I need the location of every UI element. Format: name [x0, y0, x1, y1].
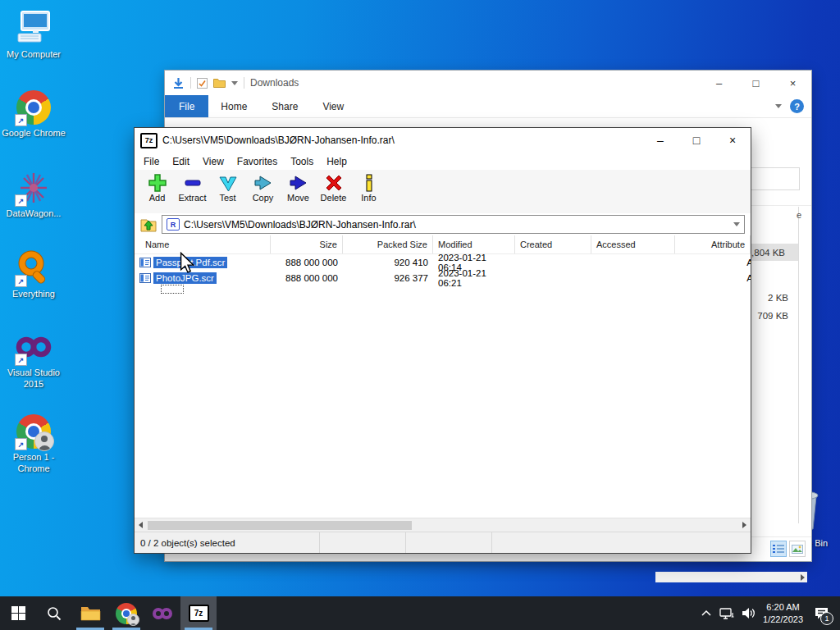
desktop-icon-label: Person 1 - Chrome [0, 452, 67, 475]
explorer-title-bar: Downloads – □ × [165, 71, 811, 95]
ribbon-expand-chevron-icon[interactable] [775, 104, 782, 108]
menu-tools[interactable]: Tools [284, 156, 320, 167]
file-modified: 2023-01-21 06:21 [433, 268, 515, 288]
menu-help[interactable]: Help [320, 156, 354, 167]
column-created[interactable]: Created [515, 235, 591, 253]
status-panel [319, 532, 405, 553]
file-row-photo[interactable]: PhotoJPG.scr 888 000 000 926 377 2023-01… [135, 270, 751, 285]
maximize-button[interactable]: □ [737, 71, 774, 95]
file-size: 888 000 000 [271, 273, 343, 283]
combobox-dropdown-icon[interactable] [733, 222, 740, 226]
column-modified[interactable]: Modified [433, 235, 515, 253]
file-size-cell[interactable]: 2 KB [768, 293, 788, 303]
maximize-button[interactable]: □ [678, 128, 714, 153]
info-button[interactable]: Info [351, 172, 386, 203]
action-center-button[interactable]: 1 [810, 603, 832, 624]
visual-studio-icon: ↗ [14, 328, 53, 366]
taskbar-search-button[interactable] [36, 596, 72, 630]
search-icon [47, 606, 62, 621]
file-size-cell[interactable]: 709 KB [757, 311, 788, 321]
desktop-icon-label: Visual Studio 2015 [0, 368, 67, 390]
desktop-icon-visual-studio[interactable]: ↗ Visual Studio 2015 [0, 328, 67, 390]
explorer-window-controls: – □ × [701, 71, 811, 95]
taskbar-visual-studio-button[interactable] [144, 596, 180, 630]
close-button[interactable]: × [714, 128, 751, 153]
copy-button[interactable]: Copy [245, 172, 281, 203]
column-name[interactable]: Name [135, 235, 271, 253]
column-attribute[interactable]: Attribute [675, 235, 751, 253]
column-accessed[interactable]: Accessed [591, 235, 675, 253]
clock-time: 6:20 AM [766, 602, 799, 612]
status-panel [491, 532, 751, 553]
my-computer-icon [14, 10, 53, 48]
close-button[interactable]: × [774, 71, 811, 95]
file-packed-size: 920 410 [343, 258, 433, 267]
taskbar: 7z 6:20 AM 1/22/2023 [0, 596, 840, 630]
column-size[interactable]: Size [271, 235, 343, 253]
scroll-left-icon[interactable] [139, 522, 143, 528]
desktop-icon-label: Everything [0, 289, 67, 300]
tab-share[interactable]: Share [259, 95, 310, 117]
tab-home[interactable]: Home [208, 95, 259, 117]
copy-icon [253, 172, 274, 194]
tab-file[interactable]: File [165, 95, 208, 117]
menu-favorites[interactable]: Favorites [231, 156, 284, 167]
move-icon [288, 172, 309, 194]
desktop-icon-datawagon[interactable]: ↗ DataWagon... [0, 169, 67, 220]
tray-chevron-up-icon[interactable] [701, 609, 712, 618]
add-button[interactable]: Add [139, 172, 175, 203]
thumbnail-view-button[interactable] [789, 541, 806, 557]
desktop-icon-everything[interactable]: ↗ Everything [0, 249, 67, 300]
details-view-button[interactable] [770, 541, 787, 557]
chrome-person-icon: ↗ [14, 413, 53, 450]
desktop: My Computer ↗ Google Chrome ↗ DataWagon.… [0, 0, 840, 630]
rar-archive-icon: R [167, 218, 180, 231]
new-folder-icon[interactable] [213, 78, 226, 88]
speaker-icon[interactable] [742, 607, 756, 619]
sevenzip-horizontal-scrollbar[interactable] [135, 518, 751, 532]
delete-button[interactable]: Delete [316, 172, 351, 203]
help-icon[interactable]: ? [790, 99, 804, 113]
properties-check-icon[interactable] [197, 78, 208, 89]
file-attribute: A [746, 273, 751, 283]
taskbar-sevenzip-button[interactable]: 7z [180, 596, 217, 630]
desktop-icon-label: DataWagon... [0, 208, 67, 220]
column-packed-size[interactable]: Packed Size [343, 235, 433, 253]
sevenzip-menu-bar: File Edit View Favorites Tools Help [135, 153, 751, 170]
scroll-right-icon[interactable] [801, 574, 805, 581]
sevenzip-address-combobox[interactable]: R C:\Users\VM5\Downloads\BJØRN-Johansen-… [162, 215, 745, 234]
sevenzip-app-icon: 7z [140, 133, 158, 148]
desktop-icon-person1-chrome[interactable]: ↗ Person 1 - Chrome [0, 413, 67, 475]
downloads-window-icon [172, 77, 185, 89]
taskbar-file-explorer-button[interactable] [72, 596, 108, 630]
scrollbar-thumb[interactable] [148, 521, 412, 530]
taskbar-chrome-button[interactable] [108, 596, 144, 630]
test-button[interactable]: Test [210, 172, 245, 203]
tab-view[interactable]: View [310, 95, 356, 117]
taskbar-clock[interactable]: 6:20 AM 1/22/2023 [763, 601, 803, 625]
sevenzip-title-bar: 7z C:\Users\VM5\Downloads\BJØRN-Johansen… [135, 128, 751, 153]
sevenzip-status-bar: 0 / 2 object(s) selected [135, 532, 751, 553]
menu-edit[interactable]: Edit [166, 156, 196, 167]
size-column-header-fragment[interactable]: e [797, 210, 801, 220]
menu-file[interactable]: File [137, 156, 166, 167]
up-one-level-icon[interactable] [140, 217, 157, 232]
chrome-icon: ↗ [14, 89, 53, 126]
minimize-button[interactable]: – [642, 128, 678, 153]
minimize-button[interactable]: – [701, 71, 737, 95]
mouse-cursor [178, 252, 198, 278]
info-icon [358, 172, 380, 194]
file-list-empty-area[interactable] [135, 285, 751, 518]
start-button[interactable] [0, 596, 36, 630]
menu-view[interactable]: View [196, 156, 231, 167]
network-icon[interactable] [719, 608, 734, 619]
extract-button[interactable]: Extract [175, 172, 210, 203]
move-button[interactable]: Move [281, 172, 316, 203]
desktop-icon-google-chrome[interactable]: ↗ Google Chrome [0, 89, 67, 139]
shortcut-arrow-icon: ↗ [15, 114, 27, 126]
scr-file-icon [139, 258, 151, 267]
desktop-icon-my-computer[interactable]: My Computer [0, 10, 67, 61]
explorer-horizontal-scrollbar[interactable] [655, 572, 807, 582]
qat-customize-chevron-icon[interactable] [231, 81, 238, 85]
scroll-right-icon[interactable] [742, 522, 746, 528]
